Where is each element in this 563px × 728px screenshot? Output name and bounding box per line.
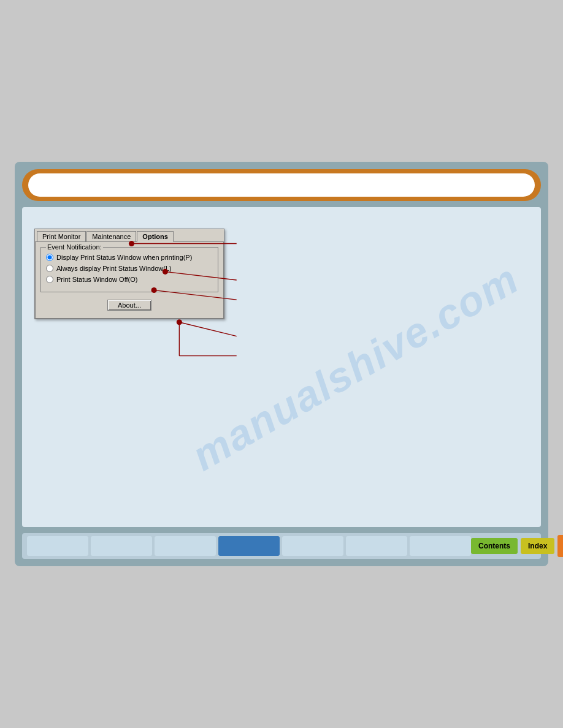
svg-point-6 xyxy=(177,319,182,325)
tab-maintenance[interactable]: Maintenance xyxy=(86,231,136,241)
radio-always-display[interactable]: Always display Print Status Window(L) xyxy=(46,265,213,272)
nav-section-4[interactable] xyxy=(218,536,280,556)
content-area: manualshive.com Print Monitor Maintenanc… xyxy=(22,207,541,527)
group-label: Event Notification: xyxy=(46,243,103,251)
radio-label-always-display: Always display Print Status Window(L) xyxy=(56,265,172,272)
tab-options[interactable]: Options xyxy=(137,231,174,242)
nav-sections xyxy=(27,536,471,556)
page-wrapper: manualshive.com Print Monitor Maintenanc… xyxy=(0,0,563,728)
watermark: manualshive.com xyxy=(184,254,527,480)
nav-section-3[interactable] xyxy=(155,536,216,556)
nav-section-5[interactable] xyxy=(282,536,343,556)
nav-section-6[interactable] xyxy=(346,536,407,556)
about-btn-row: About... xyxy=(40,297,218,313)
index-button[interactable]: Index xyxy=(521,538,554,554)
dialog-body: Event Notification: Display Print Status… xyxy=(35,241,224,319)
header-bar xyxy=(22,169,541,201)
dialog-tabs: Print Monitor Maintenance Options xyxy=(35,229,224,241)
radio-label-display-when-printing: Display Print Status Window when printin… xyxy=(56,254,192,261)
radio-input-always-display[interactable] xyxy=(46,265,53,272)
radio-display-when-printing[interactable]: Display Print Status Window when printin… xyxy=(46,254,213,261)
about-button[interactable]: About... xyxy=(107,300,151,311)
dialog-window: Print Monitor Maintenance Options Event … xyxy=(34,229,224,319)
radio-input-display-when-printing[interactable] xyxy=(46,254,53,261)
nav-section-7[interactable] xyxy=(410,536,471,556)
svg-line-7 xyxy=(179,322,236,336)
previous-button[interactable] xyxy=(557,535,563,557)
nav-section-1[interactable] xyxy=(27,536,88,556)
nav-buttons: Contents Index xyxy=(471,535,563,557)
contents-button[interactable]: Contents xyxy=(471,538,518,554)
main-container: manualshive.com Print Monitor Maintenanc… xyxy=(15,162,548,566)
radio-label-window-off: Print Status Window Off(O) xyxy=(56,276,137,283)
radio-window-off[interactable]: Print Status Window Off(O) xyxy=(46,276,213,283)
nav-section-2[interactable] xyxy=(91,536,152,556)
radio-input-window-off[interactable] xyxy=(46,276,53,283)
nav-bar: Contents Index xyxy=(22,533,541,559)
header-display xyxy=(28,173,535,197)
event-notification-group: Event Notification: Display Print Status… xyxy=(40,247,218,292)
tab-print-monitor[interactable]: Print Monitor xyxy=(37,231,86,241)
